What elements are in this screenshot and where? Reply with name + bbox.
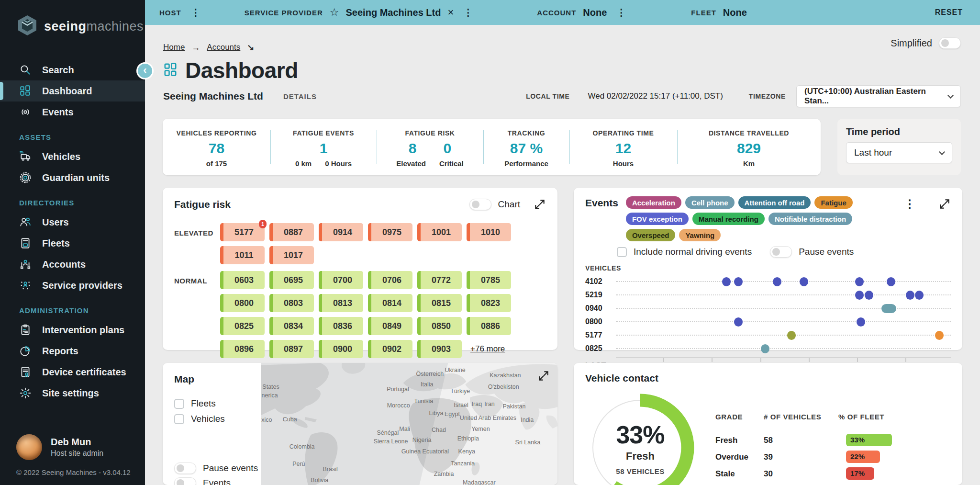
vehicle-chip[interactable]: 0695 [269, 271, 314, 289]
time-period-select[interactable]: Last hour [846, 142, 952, 163]
simplified-toggle[interactable] [939, 37, 961, 49]
event-dot[interactable] [800, 277, 808, 286]
vehicle-chip[interactable]: 0975 [368, 223, 412, 241]
sidebar-item-intervention-plans[interactable]: Intervention plans [0, 319, 145, 340]
fatigue-more-link[interactable]: +76 more [470, 344, 505, 354]
event-dot[interactable] [761, 344, 769, 353]
sidebar-collapse-button[interactable]: ‹ [136, 62, 154, 79]
vehicle-chip[interactable]: 0849 [368, 317, 412, 335]
vehicle-chip[interactable]: 0823 [467, 294, 511, 312]
event-type-badge-overspeed[interactable]: Overspeed [626, 229, 676, 241]
vehicle-chip[interactable]: 0886 [467, 317, 511, 335]
sidebar-item-dashboard[interactable]: Dashboard [0, 80, 145, 102]
event-type-badge-manual-recording[interactable]: Manual recording [692, 213, 765, 225]
sidebar-item-search[interactable]: Search [0, 59, 145, 80]
vehicle-chip[interactable]: 0814 [368, 294, 412, 312]
vehicle-label: 5219 [585, 291, 616, 299]
breadcrumb-external-icon[interactable]: ↘ [247, 42, 254, 53]
account-menu-kebab-icon[interactable]: ⋮ [613, 7, 629, 18]
sidebar-item-site-settings[interactable]: Site settings [0, 383, 145, 404]
vehicle-chip[interactable]: 0813 [319, 294, 363, 312]
vehicle-chip[interactable]: 0825 [220, 317, 265, 335]
event-type-badge-fatigue[interactable]: Fatigue [814, 196, 852, 209]
vehicle-chip[interactable]: 1010 [467, 223, 511, 241]
details-link[interactable]: DETAILS [283, 92, 317, 101]
sidebar-item-service-providers[interactable]: Service providers [0, 275, 145, 296]
event-dot[interactable] [915, 291, 924, 300]
fatigue-chart-toggle[interactable] [469, 199, 491, 210]
event-type-badge-cell-phone[interactable]: Cell phone [685, 196, 735, 209]
vehicle-chip[interactable]: 0815 [417, 294, 462, 312]
vehicle-chip[interactable]: 51771 [220, 223, 265, 241]
fleets-checkbox[interactable] [174, 399, 184, 409]
event-dot[interactable] [857, 317, 865, 327]
service-provider-menu-kebab-icon[interactable]: ⋮ [460, 7, 476, 18]
avatar[interactable] [16, 434, 42, 460]
vehicle-chip[interactable]: 0902 [368, 340, 412, 358]
event-dot[interactable] [887, 277, 895, 286]
vehicle-chip[interactable]: 0800 [220, 294, 265, 312]
vehicle-chip[interactable]: 0603 [220, 271, 265, 289]
vehicle-chip[interactable]: 1001 [417, 223, 462, 241]
event-dot[interactable] [734, 317, 743, 327]
vehicle-chip[interactable]: 0850 [417, 317, 462, 335]
vehicle-chip-id: 0897 [284, 344, 303, 354]
event-dot[interactable] [906, 291, 914, 300]
events-toggle[interactable] [174, 477, 196, 485]
event-type-badge-fov-exception[interactable]: FOV exception [626, 213, 689, 225]
reset-button[interactable]: RESET [935, 8, 963, 17]
vehicle-chip[interactable]: 0706 [368, 271, 412, 289]
vehicle-chip[interactable]: 0900 [319, 340, 363, 358]
sidebar-user[interactable]: Deb Mun Host site admin [16, 434, 103, 460]
vehicle-chip[interactable]: 0903 [417, 340, 462, 358]
event-dot[interactable] [855, 277, 864, 286]
events-menu-kebab-icon[interactable]: ⋮ [904, 197, 915, 211]
timezone-select[interactable]: (UTC+10:00) Australian Eastern Stan... [796, 85, 961, 107]
event-dot[interactable] [787, 331, 796, 340]
vehicle-chip[interactable]: 0896 [220, 340, 265, 358]
pause-events-toggle[interactable] [770, 246, 792, 258]
event-type-badge-yawning[interactable]: Yawning [679, 229, 721, 241]
event-dot[interactable] [722, 277, 731, 286]
sidebar-item-guardian-units[interactable]: Guardian units [0, 167, 145, 188]
world-map[interactable]: StatesnericaxicoCubaColombiaPerúBrasilBo… [261, 363, 557, 485]
event-type-badge-notifiable-distraction[interactable]: Notifiable distraction [768, 213, 852, 225]
expand-icon[interactable] [534, 198, 546, 211]
event-dot[interactable] [855, 291, 864, 300]
expand-icon[interactable] [938, 198, 951, 210]
pause-events-toggle[interactable] [174, 462, 196, 474]
breadcrumb-home-link[interactable]: Home [163, 43, 185, 52]
vehicles-checkbox[interactable] [174, 414, 184, 424]
sidebar-item-vehicles[interactable]: Vehicles [0, 146, 145, 167]
vehicle-chip[interactable]: 0914 [319, 223, 363, 241]
clear-service-provider-icon[interactable]: × [447, 7, 454, 18]
sidebar-item-accounts[interactable]: Accounts [0, 254, 145, 275]
vehicle-chip[interactable]: 0700 [319, 271, 363, 289]
vehicle-chip[interactable]: 0834 [269, 317, 314, 335]
event-type-badge-attention-off-road[interactable]: Attention off road [738, 196, 811, 209]
vehicle-chip[interactable]: 0836 [319, 317, 363, 335]
event-dot[interactable] [773, 277, 781, 286]
sidebar-item-events[interactable]: Events [0, 102, 145, 123]
vehicle-chip[interactable]: 1017 [269, 246, 314, 264]
sidebar-item-users[interactable]: Users [0, 212, 145, 233]
sidebar-item-reports[interactable]: Reports [0, 340, 145, 361]
favorite-star-icon[interactable]: ☆ [330, 6, 339, 19]
event-type-badge-acceleration[interactable]: Acceleration [626, 196, 681, 209]
breadcrumb-accounts-link[interactable]: Accounts [207, 43, 240, 52]
vehicle-chip[interactable]: 0887 [269, 223, 314, 241]
vehicle-chip[interactable]: 0785 [467, 271, 511, 289]
vehicle-chip[interactable]: 0897 [269, 340, 314, 358]
event-dot[interactable] [865, 291, 873, 300]
vehicle-chip[interactable]: 0772 [417, 271, 462, 289]
sidebar-item-device-certificates[interactable]: Device certificates [0, 361, 145, 383]
vehicle-chip[interactable]: 1011 [220, 246, 265, 264]
event-dot[interactable] [734, 277, 743, 286]
vehicle-chip[interactable]: 0803 [269, 294, 314, 312]
expand-icon[interactable] [537, 370, 550, 382]
event-dot[interactable] [935, 331, 944, 340]
event-dot[interactable] [881, 304, 896, 313]
host-menu-kebab-icon[interactable]: ⋮ [188, 7, 203, 18]
sidebar-item-fleets[interactable]: Fleets [0, 233, 145, 254]
include-normal-driving-checkbox[interactable] [617, 247, 627, 257]
